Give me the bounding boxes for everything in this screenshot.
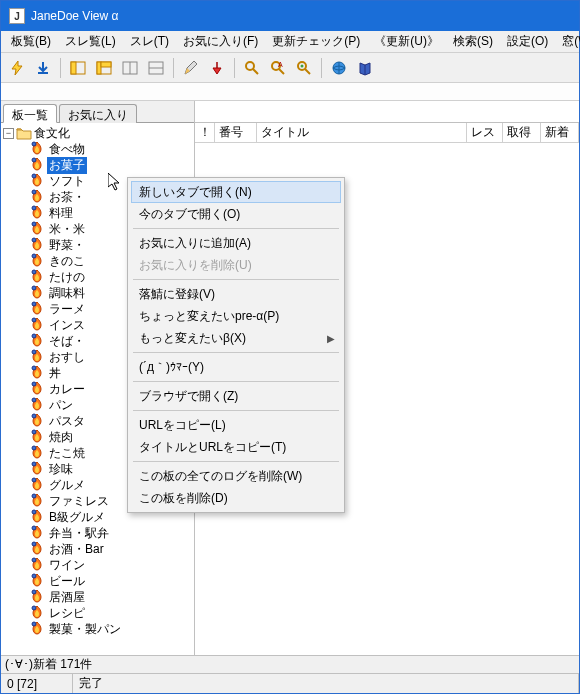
tool-book-icon[interactable] [353, 56, 377, 80]
board-item-label: 居酒屋 [47, 589, 87, 606]
tool-download-icon[interactable] [31, 56, 55, 80]
menu-board[interactable]: 板覧(B) [5, 31, 57, 52]
menu-thread-list[interactable]: スレ覧(L) [59, 31, 122, 52]
board-item-label: 焼肉 [47, 429, 75, 446]
content-tabstrip [1, 83, 579, 101]
svg-point-44 [32, 494, 36, 498]
context-menu-item[interactable]: ちょっと変えたいpre-α(P) [131, 305, 341, 327]
svg-marker-11 [213, 62, 221, 74]
context-menu-separator [133, 381, 339, 382]
context-menu-item-label: もっと変えたいβ(X) [139, 330, 246, 347]
context-menu-item-label: (´д｀)ｳﾏｰ(Y) [139, 359, 204, 376]
svg-point-45 [32, 510, 36, 514]
svg-point-52 [32, 622, 36, 626]
tool-search3-icon[interactable] [292, 56, 316, 80]
menu-settings[interactable]: 設定(O) [501, 31, 554, 52]
svg-point-23 [32, 158, 36, 162]
col-res[interactable]: レス [467, 123, 503, 142]
context-menu-item[interactable]: 落鯖に登録(V) [131, 283, 341, 305]
board-item-label: ラーメ [47, 301, 87, 318]
context-menu-item[interactable]: (´д｀)ｳﾏｰ(Y) [131, 356, 341, 378]
col-new[interactable]: 新着 [541, 123, 579, 142]
svg-point-29 [32, 254, 36, 258]
context-menu-item[interactable]: タイトルとURLをコピー(T) [131, 436, 341, 458]
list-header: ！ 番号 タイトル レス 取得 新着 [195, 123, 579, 143]
tab-favorites[interactable]: お気に入り [59, 104, 137, 123]
svg-point-12 [246, 62, 254, 70]
context-menu-separator [133, 352, 339, 353]
menu-update[interactable]: 《更新(U)》 [368, 31, 445, 52]
context-menu-item[interactable]: この板の全てのログを削除(W) [131, 465, 341, 487]
board-item-label: たこ焼 [47, 445, 87, 462]
svg-point-46 [32, 526, 36, 530]
svg-point-40 [32, 430, 36, 434]
status-cell-message: 完了 [73, 674, 579, 693]
tool-pane3-icon[interactable] [118, 56, 142, 80]
col-got[interactable]: 取得 [503, 123, 541, 142]
board-item[interactable]: 製菓・製パン [17, 621, 194, 637]
menu-window[interactable]: 窓(W) [556, 31, 580, 52]
context-menu-item[interactable]: もっと変えたいβ(X)▶ [131, 327, 341, 349]
board-icon [29, 620, 45, 639]
context-menu-item[interactable]: お気に入りに追加(A) [131, 232, 341, 254]
board-item-label: 調味料 [47, 285, 87, 302]
context-menu[interactable]: 新しいタブで開く(N)今のタブで開く(O)お気に入りに追加(A)お気に入りを削除… [127, 177, 345, 513]
context-menu-separator [133, 461, 339, 462]
svg-point-30 [32, 270, 36, 274]
context-menu-item: お気に入りを削除(U) [131, 254, 341, 276]
svg-point-27 [32, 222, 36, 226]
menu-favorites[interactable]: お気に入り(F) [177, 31, 264, 52]
left-tabstrip: 板一覧 お気に入り [1, 101, 194, 123]
col-title[interactable]: タイトル [257, 123, 467, 142]
context-menu-item[interactable]: 今のタブで開く(O) [131, 203, 341, 225]
svg-point-24 [32, 174, 36, 178]
tool-pencil-icon[interactable] [179, 56, 203, 80]
context-menu-item[interactable]: この板を削除(D) [131, 487, 341, 509]
tool-search1-icon[interactable] [240, 56, 264, 80]
col-number[interactable]: 番号 [215, 123, 257, 142]
svg-point-19 [301, 64, 304, 67]
board-item-label: ファミレス [47, 493, 111, 510]
tool-search2-icon[interactable]: A [266, 56, 290, 80]
tool-globe-icon[interactable] [327, 56, 351, 80]
svg-point-38 [32, 398, 36, 402]
context-menu-item[interactable]: URLをコピー(L) [131, 414, 341, 436]
board-item-label: 製菓・製パン [47, 621, 123, 638]
toolbar-separator [60, 58, 61, 78]
context-menu-item-label: お気に入りを削除(U) [139, 257, 252, 274]
svg-point-35 [32, 350, 36, 354]
context-menu-item-label: この板の全てのログを削除(W) [139, 468, 302, 485]
tool-pane4-icon[interactable] [144, 56, 168, 80]
toolbar-separator [321, 58, 322, 78]
tree-expander-icon[interactable]: − [3, 128, 14, 139]
context-menu-item[interactable]: 新しいタブで開く(N) [131, 181, 341, 203]
svg-line-15 [279, 69, 284, 74]
board-item-label: 食べ物 [47, 141, 87, 158]
board-item-label: インス [47, 317, 87, 334]
board-item-label: パスタ [47, 413, 87, 430]
context-menu-item[interactable]: ブラウザで開く(Z) [131, 385, 341, 407]
svg-line-13 [253, 69, 258, 74]
status-bar-upper: (･∀･)新着 171件 [1, 655, 579, 673]
col-mark[interactable]: ！ [195, 123, 215, 142]
svg-point-25 [32, 190, 36, 194]
tool-redarrow-icon[interactable] [205, 56, 229, 80]
svg-point-34 [32, 334, 36, 338]
board-item-label: 丼 [47, 365, 63, 382]
menu-search[interactable]: 検索(S) [447, 31, 499, 52]
menu-thread[interactable]: スレ(T) [124, 31, 175, 52]
menu-updatecheck[interactable]: 更新チェック(P) [266, 31, 366, 52]
svg-point-39 [32, 414, 36, 418]
tool-pane2-icon[interactable] [92, 56, 116, 80]
menubar: 板覧(B) スレ覧(L) スレ(T) お気に入り(F) 更新チェック(P) 《更… [1, 31, 579, 53]
board-item-label: 珍味 [47, 461, 75, 478]
board-item-label: 野菜・ [47, 237, 87, 254]
tab-boardlist[interactable]: 板一覧 [3, 104, 57, 123]
context-menu-item-label: 新しいタブで開く(N) [139, 184, 252, 201]
context-menu-item-label: タイトルとURLをコピー(T) [139, 439, 286, 456]
tool-pane1-icon[interactable] [66, 56, 90, 80]
board-item-label: カレー [47, 381, 87, 398]
tool-lightning-icon[interactable] [5, 56, 29, 80]
svg-point-33 [32, 318, 36, 322]
svg-point-32 [32, 302, 36, 306]
